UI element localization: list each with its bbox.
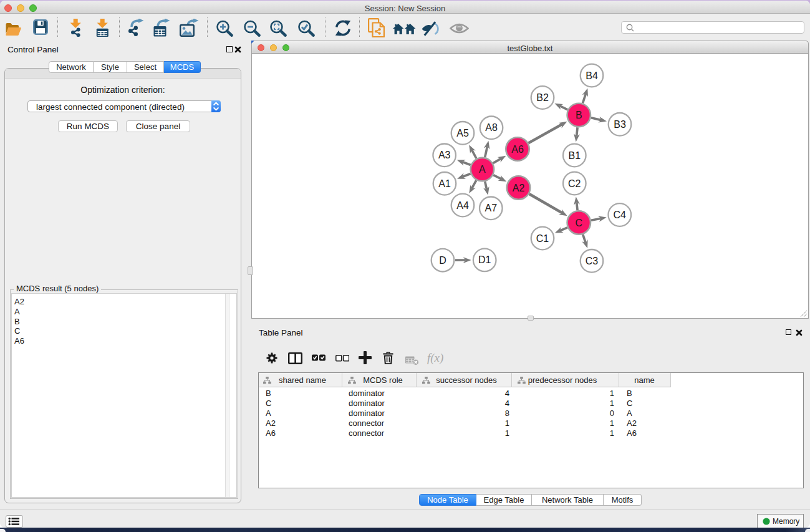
svg-text:C2: C2 (568, 178, 581, 189)
svg-text:A3: A3 (438, 150, 451, 160)
svg-text:B1: B1 (569, 150, 581, 161)
svg-text:A8: A8 (485, 122, 498, 133)
svg-text:C3: C3 (586, 256, 599, 266)
svg-text:A2: A2 (513, 183, 525, 193)
svg-text:C: C (576, 218, 583, 228)
svg-text:A: A (479, 164, 486, 175)
svg-text:B2: B2 (536, 92, 549, 103)
svg-text:A6: A6 (511, 144, 524, 155)
svg-text:A4: A4 (456, 200, 469, 211)
svg-text:A7: A7 (485, 203, 498, 213)
svg-text:B3: B3 (614, 119, 626, 130)
svg-text:B4: B4 (586, 70, 598, 81)
svg-text:A5: A5 (456, 128, 469, 138)
svg-text:C1: C1 (536, 233, 549, 244)
svg-text:D1: D1 (478, 254, 491, 265)
svg-text:C4: C4 (614, 210, 627, 220)
svg-text:A1: A1 (438, 178, 451, 189)
svg-text:B: B (576, 110, 582, 120)
svg-text:D: D (439, 255, 446, 266)
